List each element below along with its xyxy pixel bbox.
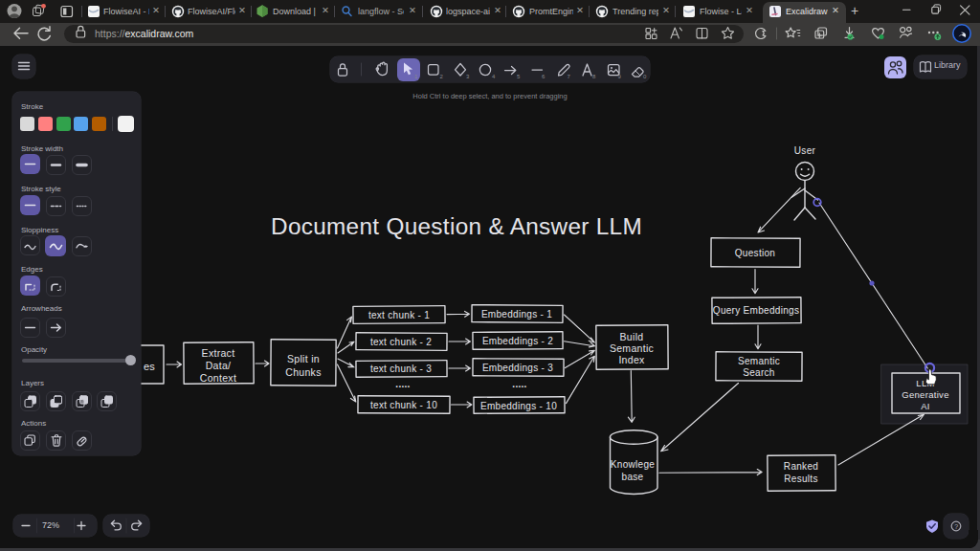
svg-text:7: 7: [568, 74, 571, 79]
svg-text:8: 8: [592, 74, 596, 79]
svg-text:6: 6: [542, 74, 546, 79]
svg-text:2: 2: [440, 74, 444, 79]
svg-text:?: ?: [954, 523, 958, 530]
svg-text:4: 4: [492, 74, 496, 79]
svg-text:5: 5: [517, 74, 521, 79]
svg-text:9: 9: [618, 74, 622, 79]
svg-text:3: 3: [466, 74, 470, 79]
svg-text:0: 0: [643, 74, 647, 79]
